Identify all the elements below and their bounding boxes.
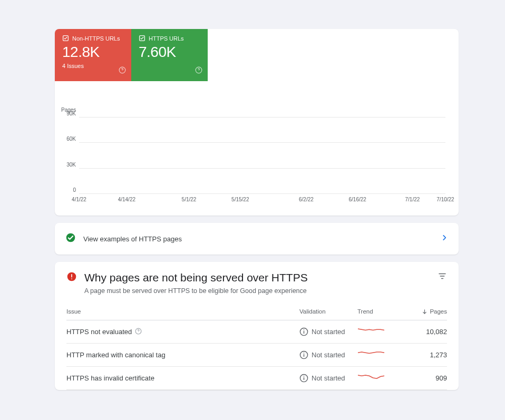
issues-title: Why pages are not being served over HTTP… <box>84 271 430 284</box>
col-issue: Issue <box>66 308 299 315</box>
validation-status: Not started <box>299 374 357 383</box>
issue-name: HTTPS has invalid certificate <box>66 374 299 382</box>
svg-rect-13 <box>304 354 304 357</box>
chevron-right-icon <box>441 234 448 243</box>
examples-label: View examples of HTTPS pages <box>83 235 433 243</box>
x-tick: 4/14/22 <box>118 197 135 202</box>
validation-status: Not started <box>299 327 357 336</box>
svg-rect-17 <box>304 376 304 376</box>
x-tick: 6/16/22 <box>349 197 366 202</box>
col-trend: Trend <box>357 308 405 315</box>
trend-sparkline <box>357 374 405 383</box>
svg-rect-16 <box>304 377 304 380</box>
error-icon <box>66 271 77 284</box>
y-tick: 90K <box>66 111 76 116</box>
issue-name: HTTPS not evaluated <box>66 328 299 336</box>
table-row[interactable]: HTTPS has invalid certificateNot started… <box>66 367 447 390</box>
info-icon <box>299 350 308 359</box>
info-icon <box>299 327 308 336</box>
issues-panel: Why pages are not being served over HTTP… <box>55 262 459 390</box>
issues-table: Issue Validation Trend Pages HTTPS not e… <box>66 308 447 390</box>
issue-name: HTTP marked with canonical tag <box>66 351 299 359</box>
pages-count: 10,082 <box>405 328 447 336</box>
svg-rect-10 <box>304 331 304 334</box>
view-examples-link[interactable]: View examples of HTTPS pages <box>55 223 459 255</box>
pages-count: 1,273 <box>405 351 447 359</box>
x-tick: 5/15/22 <box>231 197 249 202</box>
x-tick: 4/1/22 <box>72 197 86 202</box>
x-tick: 7/1/22 <box>405 197 420 202</box>
x-tick: 7/10/22 <box>436 197 454 202</box>
filter-icon[interactable] <box>438 274 447 282</box>
trend-sparkline <box>357 328 405 336</box>
table-row[interactable]: HTTP marked with canonical tagNot starte… <box>66 344 447 367</box>
pages-count: 909 <box>405 374 447 382</box>
help-icon[interactable] <box>135 328 142 336</box>
x-axis-ticks: 4/1/224/14/225/1/225/15/226/2/226/16/227… <box>79 197 445 204</box>
svg-rect-7 <box>71 278 72 279</box>
y-tick: 30K <box>66 161 76 167</box>
col-validation: Validation <box>299 308 357 315</box>
y-tick: 60K <box>66 136 76 142</box>
x-tick: 5/1/22 <box>182 197 197 202</box>
svg-rect-14 <box>304 353 304 353</box>
col-pages[interactable]: Pages <box>405 308 447 315</box>
svg-rect-11 <box>304 329 304 330</box>
chart-area: Pages 030K60K90K 4/1/224/14/225/1/225/15… <box>55 29 459 210</box>
issues-subtitle: A page must be served over HTTPS to be e… <box>84 287 430 295</box>
arrow-down-icon <box>422 309 428 315</box>
y-tick: 0 <box>73 187 76 193</box>
info-icon <box>299 374 308 383</box>
check-circle-icon <box>65 232 76 245</box>
trend-sparkline <box>357 351 405 359</box>
table-row[interactable]: HTTPS not evaluatedNot started10,082 <box>66 320 447 344</box>
chart-plot[interactable] <box>79 117 445 193</box>
chart-bars <box>79 117 445 193</box>
svg-rect-6 <box>71 274 72 278</box>
y-axis-ticks: 030K60K90K <box>63 113 76 190</box>
validation-status: Not started <box>299 350 357 359</box>
x-tick: 6/2/22 <box>299 197 314 202</box>
table-header: Issue Validation Trend Pages <box>66 308 447 320</box>
chart-card: Non-HTTPS URLs 12.8K 4 Issues HTTPS URLs… <box>55 29 459 216</box>
